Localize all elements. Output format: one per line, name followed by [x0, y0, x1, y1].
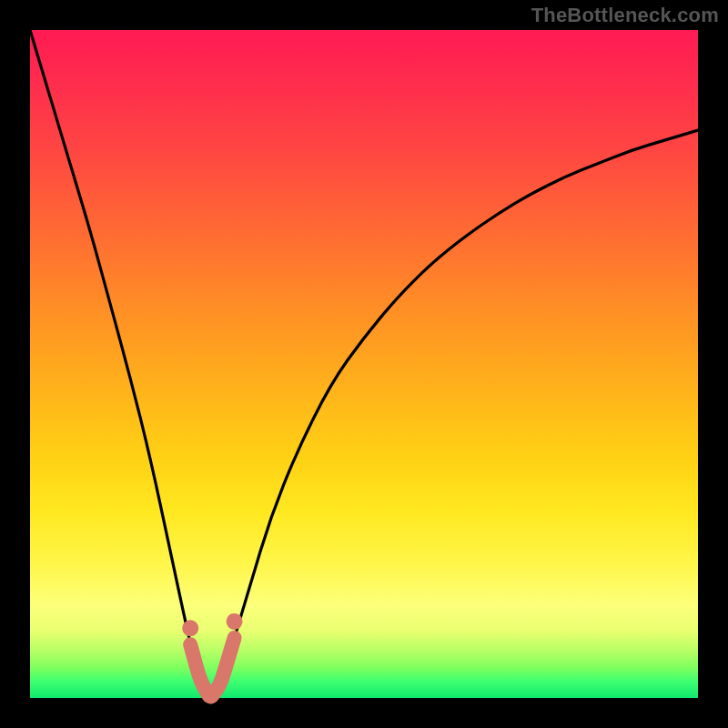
highlight-overlay	[190, 638, 234, 696]
highlight-start-dot	[182, 620, 198, 636]
plot-area	[30, 30, 698, 698]
highlight-end-dot	[227, 613, 243, 630]
watermark-text: TheBottleneck.com	[531, 4, 719, 27]
curve-layer	[30, 30, 698, 698]
chart-frame: TheBottleneck.com	[0, 0, 728, 728]
bottleneck-curve	[30, 30, 698, 694]
